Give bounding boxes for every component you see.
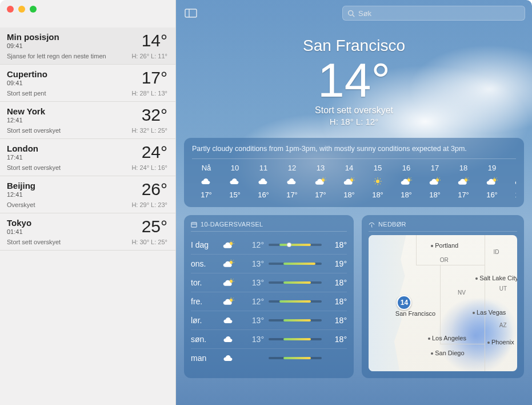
tenday-hi: 18° bbox=[326, 316, 347, 325]
hour-label: 16 bbox=[392, 164, 421, 172]
hour-cell: 18 17° bbox=[449, 164, 478, 199]
city-row[interactable]: Beijing 12:41 26° Overskyet H: 29° L: 23… bbox=[0, 176, 175, 213]
city-time: 12:41 bbox=[7, 191, 35, 198]
tenday-day: man bbox=[191, 354, 218, 363]
hour-icon bbox=[192, 176, 221, 187]
tenday-bar bbox=[269, 281, 322, 284]
tenday-lo: 13° bbox=[243, 335, 264, 344]
city-hilo: H: 32° L: 25° bbox=[131, 127, 167, 134]
city-hilo: H: 30° L: 25° bbox=[131, 239, 167, 245]
tenday-bar bbox=[269, 263, 322, 265]
tenday-row: man bbox=[191, 348, 347, 367]
tenday-hi: 18° bbox=[326, 278, 347, 287]
city-row[interactable]: New York 12:41 32° Stort sett overskyet … bbox=[0, 102, 175, 139]
topbar bbox=[176, 0, 532, 21]
maximize-icon[interactable] bbox=[30, 6, 37, 13]
sidebar-toggle-icon[interactable] bbox=[183, 7, 199, 19]
tenday-icon bbox=[223, 240, 239, 249]
svg-line-17 bbox=[375, 178, 375, 179]
hour-temp: 16° bbox=[249, 190, 278, 199]
hour-icon bbox=[506, 176, 516, 187]
hour-temp: 16° bbox=[478, 190, 506, 199]
hour-temp: 17° bbox=[278, 190, 306, 199]
hour-cell: 17 18° bbox=[421, 164, 449, 199]
current-cond: Stort sett overskyet bbox=[176, 105, 532, 116]
city-hilo: H: 24° L: 16° bbox=[131, 164, 167, 171]
tenday-icon bbox=[223, 354, 239, 363]
city-row[interactable]: Tokyo 01:41 25° Stort sett overskyet H: … bbox=[0, 213, 175, 251]
close-icon[interactable] bbox=[7, 6, 14, 13]
city-temp: 25° bbox=[142, 218, 167, 235]
map-label: ID bbox=[493, 249, 499, 255]
minimize-icon[interactable] bbox=[18, 6, 25, 13]
tenday-hi: 19° bbox=[326, 259, 347, 268]
tenday-lo: 12° bbox=[243, 240, 264, 249]
search-field[interactable] bbox=[342, 6, 525, 21]
svg-rect-0 bbox=[185, 9, 197, 17]
tenday-lo: 13° bbox=[243, 259, 264, 268]
map-label: OR bbox=[440, 257, 449, 263]
calendar-icon bbox=[191, 221, 197, 228]
svg-line-7 bbox=[325, 178, 326, 178]
tenday-hi: 18° bbox=[326, 240, 347, 249]
hour-label: 20 bbox=[506, 164, 516, 172]
precip-map[interactable]: 14 PortlandORIDSalt Lake CityNVUTSan Fra… bbox=[369, 235, 517, 371]
hour-label: 18 bbox=[449, 164, 478, 172]
hour-cell: 12 17° bbox=[278, 164, 306, 199]
city-time: 17:41 bbox=[7, 154, 38, 161]
city-hilo: H: 28° L: 13° bbox=[131, 90, 167, 97]
tenday-row: tor. 13° 18° bbox=[191, 273, 347, 292]
precip-header: NEDBØR bbox=[369, 221, 517, 232]
search-input[interactable] bbox=[358, 9, 520, 18]
svg-point-12 bbox=[376, 180, 379, 182]
hour-cell: 16 18° bbox=[392, 164, 421, 199]
map-label: AZ bbox=[499, 322, 507, 328]
hourly-panel[interactable]: Partly cloudy conditions from 1pm-3pm, w… bbox=[184, 138, 524, 207]
map-label: NV bbox=[458, 289, 466, 296]
city-name: New York bbox=[7, 106, 45, 116]
hour-label: Nå bbox=[192, 164, 221, 172]
tenday-title: 10-DAGERSVARSEL bbox=[201, 221, 263, 228]
app-window: Min posisjon 09:41 14° Sjanse for lett r… bbox=[0, 0, 532, 405]
precip-card[interactable]: NEDBØR 14 PortlandORIDSalt La bbox=[362, 215, 524, 378]
city-row[interactable]: Cupertino 09:41 17° Stort sett pent H: 2… bbox=[0, 65, 175, 102]
svg-line-24 bbox=[411, 178, 411, 178]
search-icon bbox=[347, 10, 355, 17]
hour-cell: 13 17° bbox=[306, 164, 335, 199]
hour-temp: 15° bbox=[221, 190, 249, 199]
city-row[interactable]: London 17:41 24° Stort sett overskyet H:… bbox=[0, 139, 175, 176]
tenday-icon bbox=[223, 335, 239, 344]
hour-label: 12 bbox=[278, 164, 306, 172]
svg-line-11 bbox=[354, 178, 354, 178]
city-condition: Stort sett overskyet bbox=[7, 164, 61, 171]
tenday-row: ons. 13° 19° bbox=[191, 254, 347, 273]
tenday-lo: 12° bbox=[243, 297, 264, 306]
svg-line-18 bbox=[380, 184, 381, 184]
city-name: Tokyo bbox=[7, 218, 31, 228]
map-pin: 14 bbox=[397, 295, 411, 310]
city-condition: Stort sett overskyet bbox=[7, 239, 61, 245]
hour-temp: 18° bbox=[363, 190, 392, 199]
svg-line-3 bbox=[353, 14, 354, 16]
tenday-card[interactable]: 10-DAGERSVARSEL I dag 12° 18° ons. 13° 1… bbox=[184, 215, 354, 378]
hour-temp: 17° bbox=[306, 190, 335, 199]
tenday-bar bbox=[269, 357, 322, 359]
hour-label: 19 bbox=[478, 164, 506, 172]
tenday-icon bbox=[223, 316, 239, 325]
tenday-day: lør. bbox=[191, 316, 218, 325]
city-time: 09:41 bbox=[7, 42, 59, 49]
tenday-row: I dag 12° 18° bbox=[191, 235, 347, 254]
hour-icon bbox=[392, 176, 421, 187]
tenday-bar bbox=[269, 300, 322, 303]
hour-label: 10 bbox=[221, 164, 249, 172]
hour-icon bbox=[249, 176, 278, 187]
hour-temp: 17° bbox=[449, 190, 478, 199]
current-hilo: H: 18° L: 12° bbox=[176, 117, 532, 126]
tenday-hi: 18° bbox=[326, 335, 347, 344]
city-row[interactable]: Min posisjon 09:41 14° Sjanse for lett r… bbox=[0, 27, 175, 65]
city-temp: 24° bbox=[142, 144, 167, 161]
city-temp: 14° bbox=[142, 32, 167, 49]
hour-label: 11 bbox=[249, 164, 278, 172]
svg-line-54 bbox=[233, 279, 234, 280]
city-temp: 32° bbox=[142, 106, 167, 124]
